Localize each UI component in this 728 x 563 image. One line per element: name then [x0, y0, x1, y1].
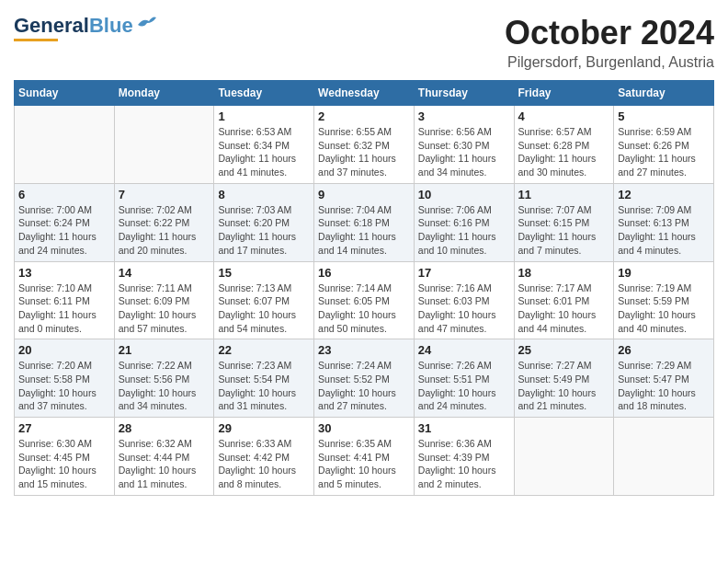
location-subtitle: Pilgersdorf, Burgenland, Austria	[505, 54, 714, 71]
day-info: Sunrise: 7:20 AM Sunset: 5:58 PM Dayligh…	[18, 359, 110, 413]
day-info: Sunrise: 7:02 AM Sunset: 6:22 PM Dayligh…	[119, 203, 210, 258]
day-info: Sunrise: 7:29 AM Sunset: 5:47 PM Dayligh…	[618, 359, 710, 413]
calendar-cell	[114, 106, 214, 184]
calendar-cell: 28Sunrise: 6:32 AM Sunset: 4:44 PM Dayli…	[114, 418, 214, 496]
day-number: 18	[518, 266, 610, 280]
day-number: 9	[318, 188, 410, 201]
day-info: Sunrise: 7:07 AM Sunset: 6:15 PM Dayligh…	[518, 203, 610, 258]
day-number: 30	[318, 421, 410, 435]
day-number: 3	[418, 109, 510, 123]
calendar-cell: 6Sunrise: 7:00 AM Sunset: 6:24 PM Daylig…	[15, 183, 115, 261]
day-info: Sunrise: 7:23 AM Sunset: 5:54 PM Dayligh…	[218, 359, 310, 413]
column-header-monday: Monday	[114, 81, 214, 106]
calendar-cell: 16Sunrise: 7:14 AM Sunset: 6:05 PM Dayli…	[314, 261, 415, 339]
month-title: October 2024	[505, 14, 714, 52]
calendar-cell: 29Sunrise: 6:33 AM Sunset: 4:42 PM Dayli…	[214, 418, 314, 496]
day-number: 25	[518, 343, 610, 357]
day-info: Sunrise: 6:32 AM Sunset: 4:44 PM Dayligh…	[119, 437, 210, 491]
calendar-week-row: 27Sunrise: 6:30 AM Sunset: 4:45 PM Dayli…	[15, 418, 714, 496]
day-info: Sunrise: 7:24 AM Sunset: 5:52 PM Dayligh…	[318, 359, 410, 413]
column-header-friday: Friday	[514, 81, 614, 106]
calendar-cell: 4Sunrise: 6:57 AM Sunset: 6:28 PM Daylig…	[514, 106, 614, 184]
logo: General Blue	[14, 14, 156, 41]
day-info: Sunrise: 7:14 AM Sunset: 6:05 PM Dayligh…	[318, 282, 410, 336]
day-info: Sunrise: 7:19 AM Sunset: 5:59 PM Dayligh…	[618, 282, 710, 336]
day-info: Sunrise: 6:33 AM Sunset: 4:42 PM Dayligh…	[218, 437, 310, 491]
day-info: Sunrise: 6:55 AM Sunset: 6:32 PM Dayligh…	[318, 125, 410, 179]
calendar-cell: 22Sunrise: 7:23 AM Sunset: 5:54 PM Dayli…	[214, 339, 314, 418]
calendar-cell: 11Sunrise: 7:07 AM Sunset: 6:15 PM Dayli…	[514, 183, 614, 261]
calendar-cell	[15, 106, 115, 184]
logo-general: General	[14, 14, 89, 38]
day-info: Sunrise: 7:06 AM Sunset: 6:16 PM Dayligh…	[418, 203, 510, 258]
calendar-cell: 27Sunrise: 6:30 AM Sunset: 4:45 PM Dayli…	[15, 418, 115, 496]
calendar-table: SundayMondayTuesdayWednesdayThursdayFrid…	[14, 80, 714, 496]
day-number: 14	[119, 266, 210, 280]
column-header-tuesday: Tuesday	[214, 81, 314, 106]
day-info: Sunrise: 7:04 AM Sunset: 6:18 PM Dayligh…	[318, 203, 410, 258]
calendar-cell: 30Sunrise: 6:35 AM Sunset: 4:41 PM Dayli…	[314, 418, 415, 496]
calendar-cell: 5Sunrise: 6:59 AM Sunset: 6:26 PM Daylig…	[614, 106, 714, 184]
column-header-thursday: Thursday	[414, 81, 514, 106]
day-info: Sunrise: 6:59 AM Sunset: 6:26 PM Dayligh…	[618, 125, 710, 179]
day-number: 28	[119, 421, 210, 435]
calendar-cell: 25Sunrise: 7:27 AM Sunset: 5:49 PM Dayli…	[514, 339, 614, 418]
calendar-cell: 13Sunrise: 7:10 AM Sunset: 6:11 PM Dayli…	[15, 261, 115, 339]
logo-underline	[14, 39, 58, 41]
calendar-week-row: 20Sunrise: 7:20 AM Sunset: 5:58 PM Dayli…	[15, 339, 714, 418]
day-number: 4	[518, 109, 610, 123]
day-number: 20	[18, 343, 110, 357]
day-number: 11	[518, 188, 610, 201]
page-header: General Blue October 2024 Pilgersdorf, B…	[14, 14, 714, 71]
day-number: 10	[418, 188, 510, 201]
day-number: 31	[418, 421, 510, 435]
day-number: 22	[218, 343, 310, 357]
calendar-cell: 8Sunrise: 7:03 AM Sunset: 6:20 PM Daylig…	[214, 183, 314, 261]
calendar-week-row: 13Sunrise: 7:10 AM Sunset: 6:11 PM Dayli…	[15, 261, 714, 339]
day-info: Sunrise: 6:30 AM Sunset: 4:45 PM Dayligh…	[18, 437, 110, 491]
calendar-cell: 17Sunrise: 7:16 AM Sunset: 6:03 PM Dayli…	[414, 261, 514, 339]
calendar-cell: 21Sunrise: 7:22 AM Sunset: 5:56 PM Dayli…	[114, 339, 214, 418]
calendar-cell: 20Sunrise: 7:20 AM Sunset: 5:58 PM Dayli…	[15, 339, 115, 418]
calendar-cell: 2Sunrise: 6:55 AM Sunset: 6:32 PM Daylig…	[314, 106, 415, 184]
day-number: 2	[318, 109, 410, 123]
column-header-saturday: Saturday	[614, 81, 714, 106]
day-info: Sunrise: 7:00 AM Sunset: 6:24 PM Dayligh…	[18, 203, 110, 258]
day-info: Sunrise: 7:26 AM Sunset: 5:51 PM Dayligh…	[418, 359, 510, 413]
calendar-cell: 26Sunrise: 7:29 AM Sunset: 5:47 PM Dayli…	[614, 339, 714, 418]
day-info: Sunrise: 6:35 AM Sunset: 4:41 PM Dayligh…	[318, 437, 410, 491]
calendar-cell: 3Sunrise: 6:56 AM Sunset: 6:30 PM Daylig…	[414, 106, 514, 184]
logo-blue: Blue	[89, 14, 133, 38]
day-info: Sunrise: 7:13 AM Sunset: 6:07 PM Dayligh…	[218, 282, 310, 336]
logo-bird-icon	[136, 16, 156, 32]
calendar-cell	[614, 418, 714, 496]
title-section: October 2024 Pilgersdorf, Burgenland, Au…	[505, 14, 714, 71]
day-info: Sunrise: 7:22 AM Sunset: 5:56 PM Dayligh…	[119, 359, 210, 413]
calendar-cell: 19Sunrise: 7:19 AM Sunset: 5:59 PM Dayli…	[614, 261, 714, 339]
day-number: 12	[618, 188, 710, 201]
calendar-cell: 14Sunrise: 7:11 AM Sunset: 6:09 PM Dayli…	[114, 261, 214, 339]
day-number: 17	[418, 266, 510, 280]
day-number: 15	[218, 266, 310, 280]
day-info: Sunrise: 6:53 AM Sunset: 6:34 PM Dayligh…	[218, 125, 310, 179]
calendar-cell: 24Sunrise: 7:26 AM Sunset: 5:51 PM Dayli…	[414, 339, 514, 418]
day-info: Sunrise: 7:03 AM Sunset: 6:20 PM Dayligh…	[218, 203, 310, 258]
calendar-cell: 12Sunrise: 7:09 AM Sunset: 6:13 PM Dayli…	[614, 183, 714, 261]
day-number: 5	[618, 109, 710, 123]
day-number: 24	[418, 343, 510, 357]
column-header-wednesday: Wednesday	[314, 81, 415, 106]
calendar-cell: 15Sunrise: 7:13 AM Sunset: 6:07 PM Dayli…	[214, 261, 314, 339]
calendar-cell: 23Sunrise: 7:24 AM Sunset: 5:52 PM Dayli…	[314, 339, 415, 418]
day-info: Sunrise: 7:27 AM Sunset: 5:49 PM Dayligh…	[518, 359, 610, 413]
day-number: 19	[618, 266, 710, 280]
calendar-cell: 31Sunrise: 6:36 AM Sunset: 4:39 PM Dayli…	[414, 418, 514, 496]
day-number: 1	[218, 109, 310, 123]
day-number: 13	[18, 266, 110, 280]
day-info: Sunrise: 7:11 AM Sunset: 6:09 PM Dayligh…	[119, 282, 210, 336]
calendar-cell: 7Sunrise: 7:02 AM Sunset: 6:22 PM Daylig…	[114, 183, 214, 261]
day-number: 16	[318, 266, 410, 280]
day-number: 7	[119, 188, 210, 201]
calendar-cell: 18Sunrise: 7:17 AM Sunset: 6:01 PM Dayli…	[514, 261, 614, 339]
day-number: 29	[218, 421, 310, 435]
day-number: 6	[18, 188, 110, 201]
